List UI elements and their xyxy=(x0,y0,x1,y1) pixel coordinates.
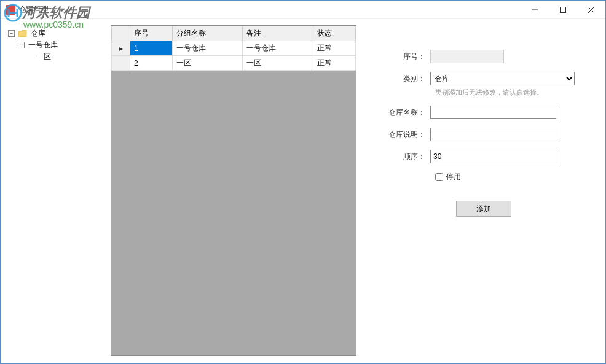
grid-header[interactable]: 序号 xyxy=(130,26,173,41)
cell-remark: 一区 xyxy=(243,56,313,71)
cell-remark: 一号仓库 xyxy=(243,41,313,56)
tree-root-label: 仓库 xyxy=(31,29,45,37)
grid-header[interactable]: 分组名称 xyxy=(173,26,243,41)
label-warehouse-name: 仓库名称： xyxy=(387,107,430,118)
tree-item[interactable]: 一区 xyxy=(8,51,104,63)
label-warehouse-desc: 仓库说明： xyxy=(387,130,430,140)
svg-rect-2 xyxy=(561,7,566,12)
cell-serial: 1 xyxy=(130,41,173,56)
folder-icon xyxy=(18,30,27,37)
label-order: 顺序： xyxy=(387,152,430,162)
tree-collapse-icon[interactable]: − xyxy=(18,42,25,48)
minimize-button[interactable] xyxy=(521,1,549,19)
order-field[interactable] xyxy=(430,150,556,163)
tree-collapse-icon[interactable]: − xyxy=(8,30,15,37)
warehouse-name-field[interactable] xyxy=(430,106,556,119)
maximize-button[interactable] xyxy=(549,1,577,19)
label-category: 类别： xyxy=(387,74,430,84)
cell-status: 正常 xyxy=(313,56,355,71)
tree-item-label: 一区 xyxy=(36,52,51,61)
serial-field xyxy=(430,50,504,63)
form-panel: 序号： 类别： 仓库 类别添加后无法修改，请认真选择。 仓库名称： 仓库说明： … xyxy=(356,25,598,356)
row-indicator xyxy=(112,56,130,71)
disabled-checkbox[interactable] xyxy=(435,173,443,181)
grid-header[interactable]: 备注 xyxy=(243,26,313,41)
cell-name: 一区 xyxy=(173,56,243,71)
tree-item[interactable]: − 一号仓库 xyxy=(8,39,104,51)
main-window: 河东软件园 www.pc0359.cn 仓库管理 − 仓库 xyxy=(0,0,606,364)
table-row[interactable]: 1 一号仓库 一号仓库 正常 xyxy=(112,41,356,56)
label-serial: 序号： xyxy=(387,52,430,62)
add-button[interactable]: 添加 xyxy=(456,201,511,217)
app-icon xyxy=(6,5,15,15)
tree-panel: − 仓库 − 一号仓库 一区 xyxy=(6,25,107,356)
content-area: − 仓库 − 一号仓库 一区 序号 分组名称 xyxy=(1,19,605,363)
category-select[interactable]: 仓库 xyxy=(430,72,575,85)
close-button[interactable] xyxy=(577,1,605,19)
cell-name: 一号仓库 xyxy=(173,41,243,56)
tree-item-label: 一号仓库 xyxy=(28,41,58,49)
tree-root[interactable]: − 仓库 xyxy=(8,28,104,39)
window-title: 仓库管理 xyxy=(19,4,521,15)
category-hint: 类别添加后无法修改，请认真选择。 xyxy=(435,88,580,97)
grid-corner xyxy=(112,26,130,41)
row-indicator xyxy=(112,41,130,56)
data-grid[interactable]: 序号 分组名称 备注 状态 1 一号仓库 一号仓库 正常 xyxy=(111,25,356,356)
label-disabled: 停用 xyxy=(446,172,461,182)
grid-header[interactable]: 状态 xyxy=(313,26,355,41)
table-row[interactable]: 2 一区 一区 正常 xyxy=(112,56,356,71)
grid-header-row: 序号 分组名称 备注 状态 xyxy=(112,26,356,41)
cell-serial: 2 xyxy=(130,56,173,71)
warehouse-desc-field[interactable] xyxy=(430,128,556,141)
titlebar: 仓库管理 xyxy=(1,1,605,19)
cell-status: 正常 xyxy=(313,41,355,56)
